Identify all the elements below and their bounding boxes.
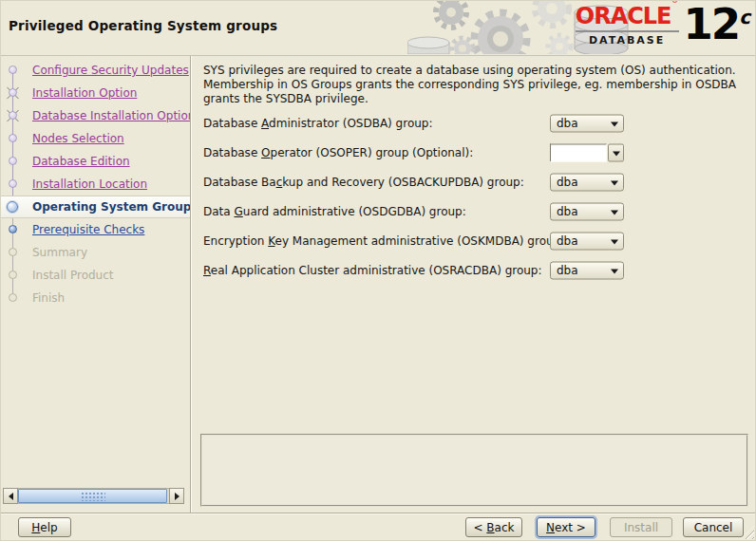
scrollbar-thumb[interactable]	[18, 489, 167, 503]
form-row: Database Operator (OSOPER) group (Option…	[203, 138, 747, 167]
step-bullet-icon	[9, 248, 17, 256]
form-row: Real Application Cluster administrative …	[203, 255, 747, 285]
chevron-down-icon	[611, 269, 618, 273]
dropdown-selected-value: dba	[557, 234, 578, 248]
step-label: Database Edition	[32, 155, 130, 168]
form-row: Database Backup and Recovery (OSBACKUPDB…	[203, 167, 747, 196]
cancel-button[interactable]: Cancel	[683, 517, 744, 537]
field-label: Database Backup and Recovery (OSBACKUPDB…	[203, 176, 524, 189]
group-dropdown[interactable]: dba	[550, 114, 624, 132]
sidebar-step[interactable]: Database Installation Options	[1, 104, 190, 127]
sidebar-horizontal-scrollbar[interactable]	[3, 488, 184, 504]
field-label: Data Guard administrative (OSDGDBA) grou…	[203, 205, 466, 218]
step-bullet-icon	[7, 201, 18, 213]
install-button[interactable]: Install	[610, 517, 672, 537]
content-panel: SYS privileges are required to create a …	[192, 56, 755, 513]
database-wordmark: DATABASE	[576, 34, 679, 47]
wizard-steps-sidebar: Configure Security UpdatesInstallation O…	[1, 56, 191, 513]
registered-mark: ®	[671, 0, 679, 5]
message-area	[200, 434, 748, 507]
oracle-wordmark: ORACLE®	[576, 5, 679, 28]
sidebar-step[interactable]: Configure Security Updates	[1, 59, 190, 82]
gear-icon	[475, 13, 526, 54]
installer-window: Privileged Operating System groups	[0, 0, 756, 541]
step-bullet-icon	[9, 270, 17, 279]
sidebar-step[interactable]: Operating System Groups	[1, 196, 190, 218]
help-button[interactable]: Help	[18, 517, 71, 537]
version-badge: 12 c	[684, 5, 750, 46]
chevron-down-icon	[611, 180, 618, 185]
chevron-down-icon	[611, 121, 618, 126]
next-button[interactable]: Next >	[537, 517, 595, 537]
step-bullet-icon	[9, 225, 17, 233]
gear-icon	[436, 1, 466, 28]
combo-drop-button[interactable]	[608, 143, 624, 161]
step-bullet-icon	[9, 293, 17, 302]
triangle-right-icon	[175, 493, 180, 500]
sidebar-step[interactable]: Database Edition	[1, 150, 190, 173]
dropdown-selected-value: dba	[557, 117, 578, 130]
step-label: Configure Security Updates	[32, 64, 189, 77]
chevron-down-icon	[611, 210, 618, 215]
step-label: Operating System Groups	[32, 200, 190, 214]
form-rows: Database Administrator (OSDBA) group:dba…	[203, 108, 747, 285]
intro-text: SYS privileges are required to create a …	[203, 64, 736, 106]
group-dropdown[interactable]: dba	[550, 261, 624, 279]
step-bullet-icon	[9, 65, 17, 74]
group-dropdown[interactable]: dba	[550, 202, 624, 220]
sidebar-step[interactable]: Installation Option	[1, 82, 190, 104]
page-title: Privileged Operating System groups	[9, 18, 277, 33]
back-button[interactable]: < Back	[465, 517, 522, 537]
field-label: Database Administrator (OSDBA) group:	[203, 117, 433, 130]
step-label: Finish	[32, 291, 65, 305]
step-label: Installation Location	[32, 177, 147, 191]
field-label: Encryption Key Management administrative…	[203, 234, 564, 248]
step-bullet-icon	[9, 111, 17, 120]
field-label: Real Application Cluster administrative …	[203, 264, 542, 277]
form-row: Data Guard administrative (OSDGDBA) grou…	[203, 196, 747, 226]
gear-icon	[535, 1, 569, 26]
field-label: Database Operator (OSOPER) group (Option…	[203, 146, 473, 159]
sidebar-step: Summary	[1, 241, 190, 264]
step-label: Nodes Selection	[32, 132, 124, 145]
oracle-logo: ORACLE® DATABASE 12 c	[576, 5, 750, 47]
sidebar-step[interactable]: Nodes Selection	[1, 127, 190, 150]
header-banner: Privileged Operating System groups	[1, 1, 755, 55]
step-bullet-icon	[9, 88, 17, 97]
sidebar-step: Finish	[1, 287, 190, 309]
step-label: Install Product	[32, 269, 114, 282]
step-bullet-icon	[9, 179, 17, 188]
dropdown-selected-value: dba	[557, 176, 578, 189]
scroll-right-button[interactable]	[169, 488, 184, 504]
scrollbar-track[interactable]	[18, 488, 169, 504]
chevron-down-icon	[611, 239, 618, 244]
form-row: Encryption Key Management administrative…	[203, 226, 747, 255]
sidebar-step[interactable]: Prerequisite Checks	[1, 218, 190, 241]
step-label: Prerequisite Checks	[32, 223, 144, 236]
group-combo-input[interactable]	[550, 143, 607, 161]
step-bullet-icon	[9, 134, 17, 142]
sidebar-step: Install Product	[1, 264, 190, 287]
dropdown-selected-value: dba	[557, 205, 578, 218]
group-editable-combo	[550, 143, 624, 161]
step-bullet-icon	[9, 157, 17, 165]
chevron-down-icon	[613, 151, 620, 156]
step-label: Summary	[32, 246, 87, 259]
dropdown-selected-value: dba	[557, 264, 578, 277]
step-label: Database Installation Options	[32, 109, 190, 122]
gear-icon	[452, 38, 473, 54]
button-bar: Help < Back Next > Install Cancel	[1, 513, 755, 540]
sidebar-step[interactable]: Installation Location	[1, 173, 190, 196]
sidebar-steps: Configure Security UpdatesInstallation O…	[1, 59, 190, 309]
group-dropdown[interactable]: dba	[550, 232, 624, 250]
triangle-left-icon	[9, 493, 13, 500]
gear-icon	[548, 35, 571, 54]
scroll-left-button[interactable]	[3, 488, 18, 504]
step-label: Installation Option	[32, 86, 137, 100]
form-row: Database Administrator (OSDBA) group:dba	[203, 108, 747, 138]
logo-divider	[576, 30, 679, 32]
group-dropdown[interactable]: dba	[550, 173, 624, 191]
